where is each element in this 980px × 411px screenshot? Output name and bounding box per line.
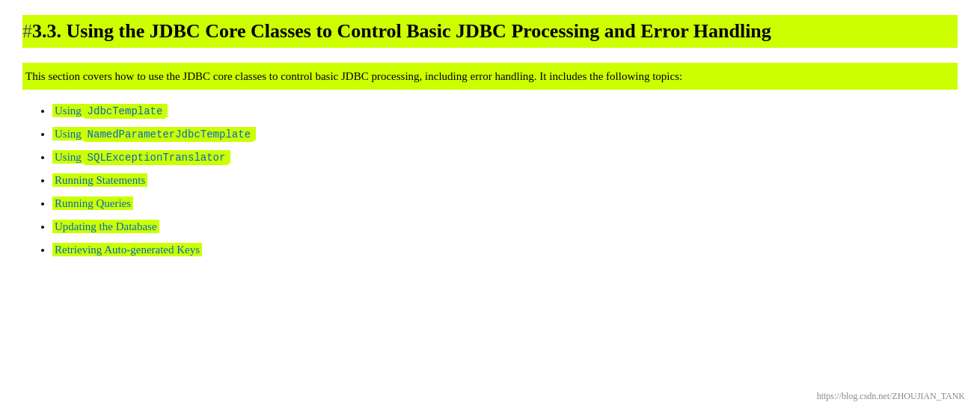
link-text: Updating the Database	[55, 220, 157, 232]
topics-list: Using JdbcTemplate Using NamedParameterJ…	[30, 105, 958, 256]
link-using-namedparameter[interactable]: Using NamedParameterJdbcTemplate	[52, 127, 256, 140]
heading-main-text: Using the JDBC Core Classes to Control B…	[67, 20, 771, 42]
list-item: Running Queries	[52, 197, 958, 210]
link-updating-database[interactable]: Updating the Database	[52, 220, 159, 233]
link-prefix: Using	[55, 105, 85, 117]
link-code: SQLExceptionTranslator	[85, 150, 229, 165]
link-retrieving-keys[interactable]: Retrieving Auto-generated Keys	[52, 243, 202, 256]
section-heading: #3.3. Using the JDBC Core Classes to Con…	[22, 18, 958, 45]
link-prefix: Using	[55, 128, 85, 140]
link-running-statements[interactable]: Running Statements	[52, 173, 147, 187]
link-prefix: Using	[55, 151, 85, 163]
link-running-queries[interactable]: Running Queries	[52, 197, 133, 210]
link-text: Running Statements	[55, 174, 145, 186]
list-item: Using JdbcTemplate	[52, 105, 958, 117]
watermark: https://blog.csdn.net/ZHOUJIAN_TANK	[817, 391, 965, 402]
link-text: Running Queries	[55, 197, 131, 209]
list-item: Using NamedParameterJdbcTemplate	[52, 128, 958, 140]
intro-paragraph: This section covers how to use the JDBC …	[22, 63, 958, 90]
link-using-sqltranslator[interactable]: Using SQLExceptionTranslator	[52, 150, 230, 164]
list-item: Running Statements	[52, 174, 958, 187]
heading-number: 3.3.	[32, 20, 61, 42]
heading-wrapper: #3.3. Using the JDBC Core Classes to Con…	[22, 15, 958, 48]
link-code: NamedParameterJdbcTemplate	[85, 127, 254, 142]
link-code: JdbcTemplate	[85, 104, 166, 119]
heading-hash: #	[22, 20, 32, 42]
page-container: #3.3. Using the JDBC Core Classes to Con…	[0, 0, 980, 282]
link-text: Retrieving Auto-generated Keys	[55, 244, 200, 256]
heading-text: #3.3. Using the JDBC Core Classes to Con…	[22, 20, 771, 42]
list-item: Using SQLExceptionTranslator	[52, 151, 958, 164]
list-item: Retrieving Auto-generated Keys	[52, 244, 958, 256]
list-item: Updating the Database	[52, 220, 958, 233]
link-using-jdbctemplate[interactable]: Using JdbcTemplate	[52, 104, 168, 117]
